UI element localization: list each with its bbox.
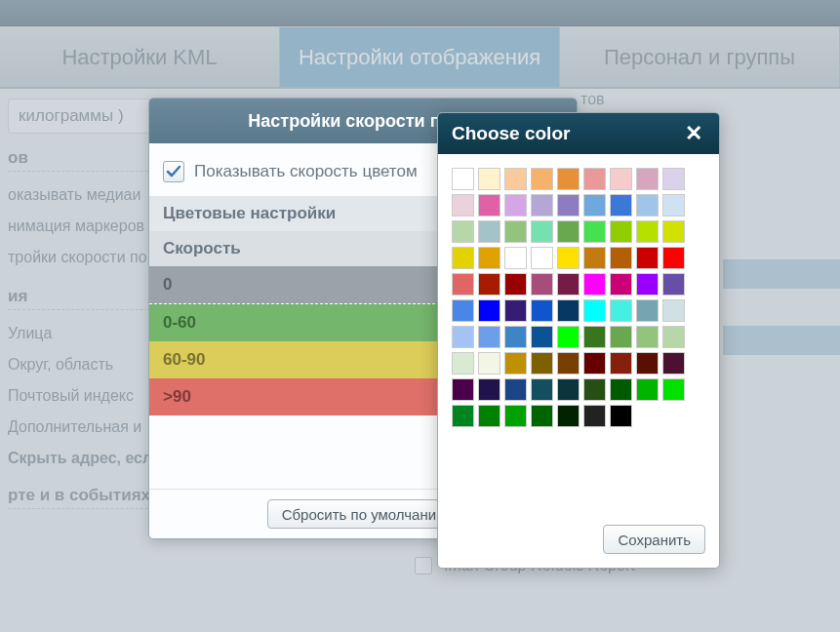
reset-default-button[interactable]: Сбросить по умолчанин: [267, 499, 460, 529]
tab-staff[interactable]: Персонал и группы: [560, 27, 840, 87]
color-swatch[interactable]: [636, 273, 659, 296]
color-swatch[interactable]: [583, 352, 606, 375]
color-swatch[interactable]: [452, 299, 474, 322]
color-swatch[interactable]: [452, 273, 474, 296]
color-swatch[interactable]: [583, 247, 606, 269]
color-swatch[interactable]: [531, 405, 553, 427]
color-save-button[interactable]: Сохранить: [603, 525, 705, 554]
color-swatch[interactable]: [662, 299, 685, 322]
color-swatch[interactable]: [583, 220, 606, 243]
color-swatch[interactable]: [504, 326, 527, 348]
color-swatch[interactable]: [452, 194, 474, 217]
color-swatch[interactable]: [478, 168, 500, 190]
checkmark-icon: [166, 164, 181, 179]
color-swatch[interactable]: [662, 168, 685, 190]
color-swatch[interactable]: [504, 299, 527, 322]
color-swatch[interactable]: [610, 378, 632, 401]
color-swatch[interactable]: [557, 405, 580, 427]
color-swatch[interactable]: [531, 326, 553, 348]
color-swatch[interactable]: [478, 220, 500, 243]
color-swatch[interactable]: [583, 378, 606, 401]
color-swatch[interactable]: [583, 326, 606, 348]
color-swatch[interactable]: [452, 247, 474, 269]
color-swatch[interactable]: [478, 405, 500, 427]
color-swatch[interactable]: [557, 273, 580, 296]
color-swatch[interactable]: [531, 168, 553, 190]
color-swatch[interactable]: [531, 378, 553, 401]
close-icon[interactable]: ✕: [682, 121, 705, 146]
color-swatch[interactable]: [557, 378, 580, 401]
color-swatch[interactable]: [583, 299, 606, 322]
color-swatch[interactable]: [531, 220, 553, 243]
color-swatch[interactable]: [452, 220, 474, 243]
color-swatch[interactable]: [504, 352, 527, 375]
color-swatch[interactable]: [504, 405, 527, 427]
color-swatch[interactable]: [636, 352, 659, 375]
color-swatch[interactable]: [610, 405, 632, 427]
color-swatch[interactable]: [557, 168, 580, 190]
color-swatch[interactable]: [478, 247, 500, 269]
color-swatch[interactable]: [504, 273, 527, 296]
color-swatch[interactable]: [636, 194, 659, 217]
color-swatch[interactable]: [662, 220, 685, 243]
color-swatch[interactable]: [504, 378, 527, 401]
color-swatch[interactable]: [557, 299, 580, 322]
color-swatch[interactable]: [478, 273, 500, 296]
color-swatch[interactable]: [583, 194, 606, 217]
main-tab-bar: Настройки KML Настройки отображения Перс…: [0, 26, 840, 89]
color-swatch[interactable]: [610, 273, 632, 296]
color-swatch[interactable]: [557, 194, 580, 217]
color-swatch[interactable]: [531, 194, 553, 217]
color-swatch[interactable]: [557, 326, 580, 348]
color-swatch[interactable]: [531, 299, 553, 322]
color-swatch[interactable]: [452, 405, 474, 427]
color-swatch[interactable]: [557, 352, 580, 375]
color-swatch[interactable]: [531, 273, 553, 296]
color-swatch[interactable]: [610, 299, 632, 322]
color-swatch[interactable]: [478, 299, 500, 322]
color-swatch[interactable]: [610, 247, 632, 269]
color-swatch[interactable]: [531, 352, 553, 375]
color-swatch[interactable]: [478, 194, 500, 217]
color-swatch[interactable]: [557, 220, 580, 243]
bg-report-checkbox: [415, 557, 432, 574]
color-swatch[interactable]: [478, 378, 500, 401]
color-swatch[interactable]: [452, 352, 474, 375]
color-swatch[interactable]: [636, 220, 659, 243]
color-swatch-grid: [452, 168, 707, 427]
color-swatch[interactable]: [636, 378, 659, 401]
color-swatch[interactable]: [478, 352, 500, 375]
color-swatch[interactable]: [636, 247, 659, 269]
color-picker-title: Choose color: [452, 123, 570, 144]
color-swatch[interactable]: [583, 273, 606, 296]
color-swatch[interactable]: [662, 273, 685, 296]
show-speed-color-checkbox[interactable]: [163, 161, 184, 182]
color-swatch[interactable]: [452, 378, 474, 401]
color-swatch[interactable]: [610, 352, 632, 375]
color-swatch[interactable]: [504, 247, 527, 269]
color-swatch[interactable]: [478, 326, 500, 348]
color-swatch[interactable]: [531, 247, 553, 269]
color-swatch[interactable]: [610, 194, 632, 217]
color-swatch[interactable]: [610, 326, 632, 348]
color-swatch[interactable]: [452, 168, 474, 190]
color-swatch[interactable]: [610, 168, 632, 190]
color-swatch[interactable]: [662, 194, 685, 217]
color-swatch[interactable]: [452, 326, 474, 348]
color-swatch[interactable]: [504, 194, 527, 217]
color-swatch[interactable]: [504, 220, 527, 243]
color-swatch[interactable]: [662, 326, 685, 348]
tab-display[interactable]: Настройки отображения: [280, 27, 560, 87]
color-swatch[interactable]: [610, 220, 632, 243]
color-swatch[interactable]: [662, 378, 685, 401]
color-swatch[interactable]: [504, 168, 527, 190]
color-swatch[interactable]: [583, 168, 606, 190]
color-swatch[interactable]: [636, 326, 659, 348]
color-swatch[interactable]: [583, 405, 606, 427]
color-swatch[interactable]: [636, 299, 659, 322]
color-swatch[interactable]: [662, 247, 685, 269]
tab-kml[interactable]: Настройки KML: [0, 27, 280, 87]
color-swatch[interactable]: [557, 247, 580, 269]
color-swatch[interactable]: [662, 352, 685, 375]
color-swatch[interactable]: [636, 168, 659, 190]
